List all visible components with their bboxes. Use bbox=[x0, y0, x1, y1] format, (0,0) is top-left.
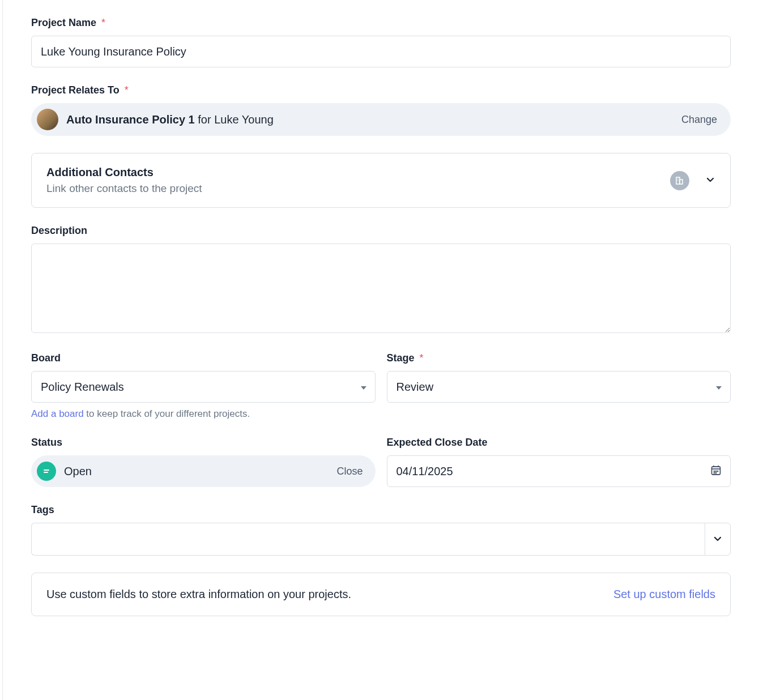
custom-fields-text: Use custom fields to store extra informa… bbox=[46, 588, 351, 601]
project-name-input[interactable] bbox=[31, 36, 731, 67]
status-label: Status bbox=[31, 437, 376, 449]
close-date-col: Expected Close Date bbox=[387, 437, 731, 487]
tags-label: Tags bbox=[31, 504, 731, 516]
close-date-label: Expected Close Date bbox=[387, 437, 731, 449]
additional-contacts-group: Additional Contacts Link other contacts … bbox=[31, 153, 731, 208]
status-value: Open bbox=[64, 465, 92, 478]
stage-col: Stage * bbox=[387, 352, 731, 420]
project-name-label: Project Name * bbox=[31, 17, 731, 29]
required-indicator: * bbox=[101, 17, 105, 28]
board-stage-row: Board Add a board to keep track of your … bbox=[31, 352, 731, 420]
setup-custom-fields-link[interactable]: Set up custom fields bbox=[613, 588, 715, 601]
board-helper: Add a board to keep track of your differ… bbox=[31, 408, 376, 420]
tags-input[interactable] bbox=[31, 523, 705, 556]
relates-to-label-text: Project Relates To bbox=[31, 84, 120, 96]
board-col: Board Add a board to keep track of your … bbox=[31, 352, 376, 420]
relates-to-group: Project Relates To * Auto Insurance Poli… bbox=[31, 84, 731, 136]
tags-dropdown-button[interactable] bbox=[705, 523, 731, 556]
relates-to-bold: Auto Insurance Policy 1 bbox=[66, 113, 195, 126]
contact-avatar bbox=[37, 109, 58, 130]
stage-label-text: Stage bbox=[387, 352, 415, 364]
svg-rect-1 bbox=[680, 180, 683, 184]
building-icon bbox=[670, 171, 689, 190]
close-status-button[interactable]: Close bbox=[336, 466, 363, 477]
relates-to-text: Auto Insurance Policy 1 for Luke Young bbox=[66, 113, 681, 126]
close-date-wrap bbox=[387, 455, 731, 487]
status-left: Open bbox=[37, 462, 92, 481]
tags-wrap bbox=[31, 523, 731, 556]
status-date-row: Status Open Close Expected Close Date bbox=[31, 437, 731, 487]
chevron-down-icon bbox=[713, 534, 722, 545]
board-helper-rest: to keep track of your different projects… bbox=[84, 408, 250, 419]
custom-fields-card: Use custom fields to store extra informa… bbox=[31, 573, 731, 616]
contacts-text-block: Additional Contacts Link other contacts … bbox=[46, 166, 202, 195]
contacts-title: Additional Contacts bbox=[46, 166, 202, 179]
status-open-icon bbox=[37, 462, 56, 481]
required-indicator: * bbox=[125, 84, 129, 96]
project-name-label-text: Project Name bbox=[31, 17, 96, 28]
stage-select[interactable] bbox=[387, 371, 731, 403]
relates-to-rest: for Luke Young bbox=[195, 113, 274, 126]
required-indicator: * bbox=[420, 352, 424, 364]
board-select-wrap bbox=[31, 371, 376, 403]
stage-select-wrap bbox=[387, 371, 731, 403]
contacts-subtitle: Link other contacts to the project bbox=[46, 182, 202, 195]
stage-label: Stage * bbox=[387, 352, 731, 364]
relates-to-pill: Auto Insurance Policy 1 for Luke Young C… bbox=[31, 103, 731, 136]
description-group: Description bbox=[31, 225, 731, 335]
additional-contacts-card[interactable]: Additional Contacts Link other contacts … bbox=[31, 153, 731, 208]
tags-group: Tags bbox=[31, 504, 731, 556]
relates-to-label: Project Relates To * bbox=[31, 84, 731, 96]
contacts-actions bbox=[670, 171, 715, 190]
status-col: Status Open Close bbox=[31, 437, 376, 487]
add-board-link[interactable]: Add a board bbox=[31, 408, 84, 419]
board-label: Board bbox=[31, 352, 376, 364]
description-label: Description bbox=[31, 225, 731, 237]
change-button[interactable]: Change bbox=[681, 114, 717, 126]
project-name-group: Project Name * bbox=[31, 17, 731, 67]
status-pill: Open Close bbox=[31, 455, 376, 487]
close-date-input[interactable] bbox=[387, 455, 731, 487]
description-textarea[interactable] bbox=[31, 244, 731, 333]
board-select[interactable] bbox=[31, 371, 376, 403]
chevron-down-icon[interactable] bbox=[705, 174, 715, 187]
